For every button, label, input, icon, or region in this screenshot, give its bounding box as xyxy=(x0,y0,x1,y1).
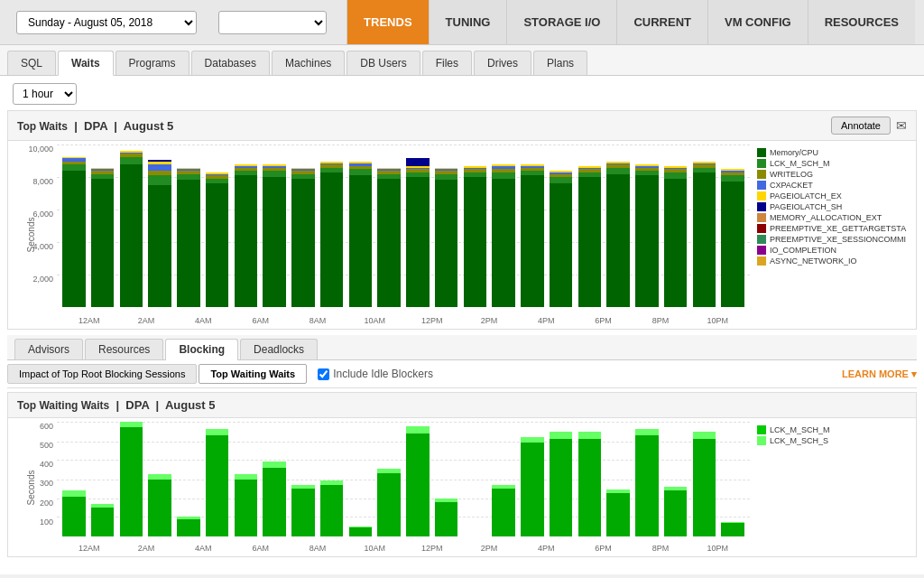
bar-group xyxy=(261,144,288,307)
bar-segment xyxy=(606,168,629,174)
legend-color xyxy=(757,425,766,434)
sec-tab-machines[interactable]: Machines xyxy=(272,51,345,75)
bar-segment xyxy=(721,182,744,307)
legend-color xyxy=(757,191,766,200)
top-chart-body: Seconds 10,000 8,000 6,000 4,000 2,000 xyxy=(8,141,916,329)
sub-tabs-row: Impact of Top Root Blocking Sessions Top… xyxy=(7,360,917,388)
bar-segment xyxy=(550,177,572,183)
bar-segment-primary xyxy=(635,435,658,536)
annotate-button[interactable]: Annotate xyxy=(831,117,891,135)
bar-segment-primary xyxy=(91,508,114,536)
bar-group xyxy=(605,144,632,307)
bar-segment-primary xyxy=(578,439,601,536)
legend-color xyxy=(757,246,766,255)
bar-segment-primary xyxy=(550,439,572,536)
bar-segment xyxy=(263,177,285,307)
bar-segment-primary xyxy=(721,523,744,536)
bottom-tab-blocking[interactable]: Blocking xyxy=(165,339,238,360)
nav-tab-tuning[interactable]: TUNING xyxy=(429,0,507,44)
bar-group xyxy=(347,422,374,536)
bar-group xyxy=(462,144,489,307)
idle-blockers-checkbox[interactable] xyxy=(318,368,329,380)
bar-group xyxy=(319,422,346,536)
bar-segment xyxy=(291,179,314,307)
bar-group xyxy=(89,144,116,307)
bar-segment xyxy=(62,171,85,307)
sub-tab-waiting[interactable]: Top Waiting Waits xyxy=(199,364,307,384)
legend-color xyxy=(757,256,766,266)
bar-segment xyxy=(435,180,457,307)
bar-group xyxy=(519,422,546,536)
bottom-tab-deadlocks[interactable]: Deadlocks xyxy=(240,339,318,359)
top-bars-container xyxy=(57,144,750,307)
bar-segment-primary xyxy=(521,443,543,536)
nav-tab-resources[interactable]: RESOURCES xyxy=(808,0,915,44)
sec-tab-programs[interactable]: Programs xyxy=(116,51,189,75)
bar-group xyxy=(719,144,746,307)
sec-tab-dbusers[interactable]: DB Users xyxy=(346,51,420,75)
bar-group xyxy=(60,422,88,536)
bar-segment-primary xyxy=(263,468,285,536)
bottom-tab-row: Advisors Resources Blocking Deadlocks xyxy=(7,335,917,360)
sec-tab-drives[interactable]: Drives xyxy=(474,51,531,75)
bar-group xyxy=(146,144,173,307)
bar-segment xyxy=(62,164,85,171)
bar-group xyxy=(204,144,231,307)
sec-tab-files[interactable]: Files xyxy=(422,51,472,75)
nav-tab-storage[interactable]: STORAGE I/O xyxy=(506,0,616,44)
bar-group xyxy=(118,144,145,307)
bar-segment-primary xyxy=(492,489,514,536)
bar-segment xyxy=(349,169,372,175)
bar-segment xyxy=(320,172,343,307)
top-chart-title: Top Waits | DPA | August 5 xyxy=(17,119,173,133)
bar-group xyxy=(204,422,231,536)
sec-tab-databases[interactable]: Databases xyxy=(191,51,270,75)
bar-segment-primary xyxy=(349,527,372,536)
bar-group xyxy=(233,422,260,536)
bar-segment xyxy=(721,175,744,182)
legend-label: Memory/CPU xyxy=(770,148,818,157)
bar-segment-secondary xyxy=(578,432,601,439)
time-select[interactable] xyxy=(218,11,327,34)
bar-segment-secondary xyxy=(550,432,572,439)
bar-segment xyxy=(148,175,171,184)
bar-segment-primary xyxy=(435,502,457,536)
learn-more-link[interactable]: LEARN MORE ▾ xyxy=(842,368,917,380)
bar-segment xyxy=(492,179,514,307)
bottom-tab-advisors[interactable]: Advisors xyxy=(14,339,83,359)
y-axis: 10,000 8,000 6,000 4,000 2,000 xyxy=(12,144,57,307)
bar-group xyxy=(548,422,575,536)
mail-icon[interactable]: ✉ xyxy=(896,118,907,133)
day-select[interactable]: Sunday - August 05, 2018 xyxy=(16,11,197,34)
legend-item: CXPACKET xyxy=(757,181,905,190)
bar-group xyxy=(605,422,632,536)
bar-group xyxy=(633,422,661,536)
interval-bar: 1 hour 30 min 15 min xyxy=(7,83,917,105)
legend-item: IO_COMPLETION xyxy=(757,246,905,255)
bar-group xyxy=(691,422,718,536)
bar-group xyxy=(319,144,346,307)
sub-tab-impact[interactable]: Impact of Top Root Blocking Sessions xyxy=(7,364,197,384)
sec-tab-plans[interactable]: Plans xyxy=(533,51,587,75)
bar-segment xyxy=(521,175,543,307)
idle-blockers-label: Include Idle Blockers xyxy=(333,368,433,380)
legend-label: IO_COMPLETION xyxy=(770,246,836,255)
bar-group xyxy=(375,422,402,536)
sec-tab-waits[interactable]: Waits xyxy=(58,51,114,76)
main-content: 1 hour 30 min 15 min Top Waits | DPA | A… xyxy=(0,76,924,574)
bar-segment-primary xyxy=(291,489,314,536)
bar-group xyxy=(404,422,431,536)
bottom-tab-resources[interactable]: Resources xyxy=(85,339,163,359)
nav-tab-trends[interactable]: TRENDS xyxy=(346,0,428,44)
bar-group xyxy=(577,144,604,307)
top-x-axis: 12AM 2AM 4AM 6AM 8AM 10AM 12PM 2PM 4PM 6… xyxy=(57,316,750,325)
nav-tab-current[interactable]: CURRENT xyxy=(616,0,707,44)
top-chart-legend: Memory/CPULCK_M_SCH_MWRITELOGCXPACKETPAG… xyxy=(750,144,912,325)
legend-item: LCK_M_SCH_M xyxy=(757,425,905,434)
legend-color xyxy=(757,436,766,445)
interval-select[interactable]: 1 hour 30 min 15 min xyxy=(13,83,77,105)
nav-tab-vmconfig[interactable]: VM CONFIG xyxy=(707,0,808,44)
legend-color xyxy=(757,202,766,211)
bottom-x-axis: 12AM 2AM 4AM 6AM 8AM 10AM 12PM 2PM 4PM 6… xyxy=(57,544,750,553)
sec-tab-sql[interactable]: SQL xyxy=(7,51,56,75)
